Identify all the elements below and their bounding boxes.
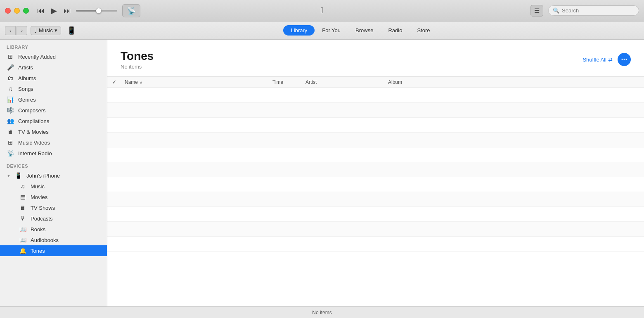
sidebar-item-music-videos[interactable]: ⊞ Music Videos	[0, 137, 107, 148]
table-row	[107, 118, 644, 133]
playback-controls: ⏮ ▶ ⏭	[36, 6, 73, 15]
sidebar-item-label: Albums	[18, 75, 100, 81]
sidebar-item-tv-movies[interactable]: 🖥 TV & Movies	[0, 126, 107, 137]
table-row	[107, 237, 644, 252]
rewind-button[interactable]: ⏮	[36, 6, 46, 15]
search-bar[interactable]: 🔍	[548, 5, 639, 16]
sidebar-item-recently-added[interactable]: ⊞ Recently Added	[0, 51, 107, 62]
main-layout: Library ⊞ Recently Added 🎤 Artists 🗂 Alb…	[0, 40, 644, 306]
title-bar-center: 	[320, 6, 323, 15]
device-tv-shows-icon: 🖥	[19, 204, 26, 211]
tab-radio[interactable]: Radio	[381, 25, 410, 36]
recently-added-icon: ⊞	[7, 53, 14, 60]
sidebar-item-label: Podcasts	[31, 216, 100, 222]
sidebar-item-device-movies[interactable]: ▤ Movies	[0, 192, 107, 202]
tab-for-you[interactable]: For You	[315, 25, 348, 36]
table-row	[107, 88, 644, 103]
sidebar-item-label: Composers	[18, 107, 100, 114]
table-row	[107, 222, 644, 237]
table-row	[107, 162, 644, 177]
sidebar-item-compilations[interactable]: 👥 Compilations	[0, 116, 107, 126]
name-column-header[interactable]: Name ∧	[125, 79, 272, 85]
device-button[interactable]: 📱	[64, 25, 78, 36]
album-column-header: Album	[388, 79, 491, 85]
device-podcasts-icon: 🎙	[19, 215, 26, 222]
sidebar-item-songs[interactable]: ♫ Songs	[0, 83, 107, 94]
device-expand-icon: ▼	[7, 173, 11, 178]
nav-back-button[interactable]: ‹	[5, 26, 16, 35]
sidebar-item-device-books[interactable]: 📖 Books	[0, 224, 107, 235]
tab-store[interactable]: Store	[410, 25, 437, 36]
table-row	[107, 177, 644, 192]
sidebar-item-label: Internet Radio	[18, 150, 100, 157]
iphone-icon: 📱	[15, 172, 22, 179]
fast-forward-button[interactable]: ⏭	[62, 6, 73, 15]
tv-movies-icon: 🖥	[7, 128, 14, 135]
sidebar-item-internet-radio[interactable]: 📡 Internet Radio	[0, 148, 107, 159]
shuffle-all-label: Shuffle All	[582, 57, 606, 63]
play-button[interactable]: ▶	[50, 6, 59, 15]
device-icon: 📱	[67, 26, 76, 35]
section-selector[interactable]: ♩ Music ▾	[31, 26, 61, 35]
close-button[interactable]	[5, 8, 11, 14]
chevron-down-icon: ▾	[54, 27, 57, 33]
device-tones-icon: 🔔	[19, 247, 26, 254]
composers-icon: 🎼	[7, 107, 14, 114]
volume-slider[interactable]	[76, 10, 117, 12]
content-title-group: Tones No items	[121, 50, 154, 70]
sidebar-item-device-tones[interactable]: 🔔 Tones	[0, 245, 107, 256]
music-note-icon: ♩	[34, 27, 37, 34]
sidebar-item-label: Music Videos	[18, 140, 100, 146]
table-row	[107, 147, 644, 162]
maximize-button[interactable]	[23, 8, 29, 14]
status-text: No items	[312, 310, 331, 316]
sidebar: Library ⊞ Recently Added 🎤 Artists 🗂 Alb…	[0, 40, 107, 306]
traffic-lights	[5, 8, 29, 14]
nav-forward-button[interactable]: ›	[17, 26, 27, 35]
tab-library[interactable]: Library	[283, 25, 315, 36]
apple-logo-icon: 	[320, 6, 323, 15]
airplay-button[interactable]: 📡	[122, 4, 140, 17]
list-view-button[interactable]: ☰	[530, 5, 543, 17]
time-column-header: Time	[272, 79, 305, 85]
artist-column-header: Artist	[305, 79, 388, 85]
device-name-label: John's iPhone	[26, 173, 100, 179]
table-row	[107, 207, 644, 222]
search-icon: 🔍	[553, 7, 559, 14]
sidebar-item-albums[interactable]: 🗂 Albums	[0, 73, 107, 83]
library-section-label: Library	[0, 40, 107, 51]
toolbar: ‹ › ♩ Music ▾ 📱 Library For You Browse R…	[0, 21, 644, 40]
sidebar-item-device[interactable]: ▼ 📱 John's iPhone	[0, 170, 107, 181]
sidebar-item-device-podcasts[interactable]: 🎙 Podcasts	[0, 213, 107, 224]
more-options-button[interactable]: ···	[618, 53, 631, 66]
internet-radio-icon: 📡	[7, 150, 14, 157]
device-books-icon: 📖	[19, 226, 26, 233]
shuffle-all-button[interactable]: Shuffle All ⇄	[582, 57, 613, 63]
sidebar-item-artists[interactable]: 🎤 Artists	[0, 62, 107, 73]
search-input[interactable]	[562, 7, 635, 14]
table-row	[107, 103, 644, 118]
table-container: ✓ Name ∧ Time Artist Album	[107, 76, 644, 306]
sidebar-item-label: Genres	[18, 97, 100, 103]
device-music-icon: ♫	[19, 183, 26, 190]
sidebar-item-label: Books	[31, 226, 100, 233]
section-label: Music	[39, 27, 53, 33]
sidebar-item-label: Music	[31, 183, 100, 190]
title-bar: ⏮ ▶ ⏭ 📡  ☰ 🔍	[0, 0, 644, 21]
content-header-actions: Shuffle All ⇄ ···	[582, 53, 631, 66]
sidebar-item-genres[interactable]: 📊 Genres	[0, 94, 107, 105]
sidebar-item-composers[interactable]: 🎼 Composers	[0, 105, 107, 116]
minimize-button[interactable]	[14, 8, 20, 14]
status-bar: No items	[0, 306, 644, 318]
sidebar-item-device-music[interactable]: ♫ Music	[0, 181, 107, 192]
sort-arrow-icon: ∧	[140, 80, 142, 85]
extra-column-header	[491, 79, 639, 85]
sidebar-item-label: TV Shows	[31, 205, 100, 211]
sidebar-item-device-audiobooks[interactable]: 📖 Audiobooks	[0, 235, 107, 245]
tab-browse[interactable]: Browse	[348, 25, 381, 36]
albums-icon: 🗂	[7, 75, 14, 81]
sidebar-item-label: Recently Added	[18, 54, 100, 60]
sidebar-item-device-tv-shows[interactable]: 🖥 TV Shows	[0, 202, 107, 213]
sidebar-item-label: Compilations	[18, 118, 100, 124]
compilations-icon: 👥	[7, 118, 14, 124]
